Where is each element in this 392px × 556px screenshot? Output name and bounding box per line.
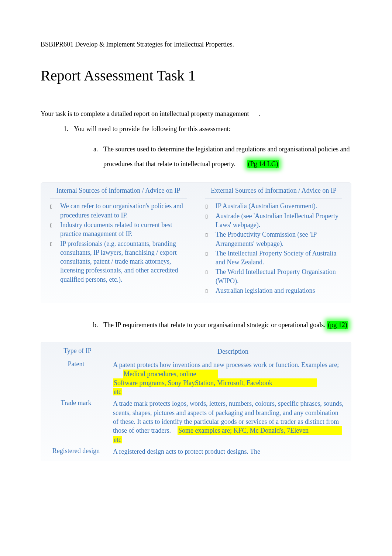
bullet-icon: ▯ bbox=[50, 202, 60, 210]
list-item-1: You will need to provide the following f… bbox=[70, 125, 351, 171]
external-sources-column: External Sources of Information / Advice… bbox=[196, 186, 351, 296]
bullet-icon: ▯ bbox=[205, 202, 216, 210]
alpha-list: The sources used to determine the legisl… bbox=[74, 142, 351, 171]
table-row: Trade mark A trade mark protects logos, … bbox=[41, 398, 351, 445]
list-item-text: Australian legislation and regulations bbox=[216, 286, 342, 295]
desc-highlight: Medical procedures, online bbox=[123, 370, 218, 378]
list-item-text: The World Intellectual Property Organisa… bbox=[216, 267, 342, 285]
desc-highlight-end: etc bbox=[113, 436, 122, 443]
list-item-text: IP Australia (Australian Government). bbox=[216, 202, 342, 210]
item-a-highlight: (Pg 14 LG) bbox=[247, 160, 279, 168]
internal-sources-header: Internal Sources of Information / Advice… bbox=[50, 186, 187, 199]
table-row: Patent A patent protects how inventions … bbox=[41, 359, 351, 398]
list-item-text: We can refer to our organisation's polic… bbox=[60, 202, 187, 220]
item-a-text: The sources used to determine the legisl… bbox=[103, 145, 350, 168]
list-item: ▯Austrade (see 'Australian Intellectual … bbox=[205, 212, 342, 230]
desc-highlight-end: etc bbox=[113, 388, 122, 395]
list-item-text: The Intellectual Property Society of Aus… bbox=[216, 249, 342, 267]
intro-prefix: Your task is to complete a detailed repo… bbox=[41, 110, 249, 117]
bullet-icon: ▯ bbox=[205, 286, 216, 294]
desc-text: A registered design acts to protect prod… bbox=[113, 448, 260, 455]
cell-type: Trade mark bbox=[41, 398, 111, 445]
page-title: Report Assessment Task 1 bbox=[41, 67, 351, 84]
sources-two-column: Internal Sources of Information / Advice… bbox=[41, 182, 351, 303]
cell-description: A registered design acts to protect prod… bbox=[111, 446, 351, 457]
list-item: ▯The Productivity Commission (see 'IP Ar… bbox=[205, 230, 342, 248]
header-type: Type of IP bbox=[41, 345, 114, 359]
bullet-icon: ▯ bbox=[50, 220, 60, 229]
list-item: ▯IP professionals (e.g. accountants, bra… bbox=[50, 239, 187, 284]
external-sources-header: External Sources of Information / Advice… bbox=[205, 186, 342, 199]
table-row: Registered design A registered design ac… bbox=[41, 446, 351, 457]
header-description: Description bbox=[114, 345, 351, 359]
list-item-text: Industry documents related to current be… bbox=[60, 220, 187, 238]
bullet-icon: ▯ bbox=[50, 239, 60, 247]
list-item-continued: The IP requirements that relate to your … bbox=[70, 318, 351, 333]
intro-suffix: . bbox=[259, 110, 261, 117]
list-item: ▯Australian legislation and regulations bbox=[205, 286, 342, 295]
list-item-text: Austrade (see 'Australian Intellectual P… bbox=[216, 212, 342, 230]
bullet-icon: ▯ bbox=[205, 249, 216, 257]
ip-types-table: Type of IP Description Patent A patent p… bbox=[41, 342, 351, 461]
desc-highlight: Some examples are; KFC, Mc Donald's, 7El… bbox=[178, 426, 342, 435]
list-item-b: The IP requirements that relate to your … bbox=[100, 318, 351, 333]
bullet-icon: ▯ bbox=[205, 230, 216, 238]
internal-sources-column: Internal Sources of Information / Advice… bbox=[41, 186, 196, 296]
cell-type: Patent bbox=[41, 359, 111, 398]
item-b-text: The IP requirements that relate to your … bbox=[103, 321, 327, 329]
item-b-highlight: (pg 12) bbox=[327, 321, 348, 329]
list-item: ▯Industry documents related to current b… bbox=[50, 220, 187, 238]
bullet-icon: ▯ bbox=[205, 267, 216, 275]
list-item-1-text: You will need to provide the following f… bbox=[74, 125, 231, 133]
list-item-text: IP professionals (e.g. accountants, bran… bbox=[60, 239, 187, 284]
desc-text: A patent protects how inventions and new… bbox=[113, 361, 339, 368]
cell-description: A patent protects how inventions and new… bbox=[111, 359, 351, 398]
cell-description: A trade mark protects logos, words, lett… bbox=[111, 398, 351, 445]
cell-type: Registered design bbox=[41, 446, 111, 457]
list-item: ▯The World Intellectual Property Organis… bbox=[205, 267, 342, 285]
table-header-row: Type of IP Description bbox=[41, 345, 351, 359]
list-item-a: The sources used to determine the legisl… bbox=[100, 142, 351, 171]
document-page: BSBIPR601 Develop & Implement Strategies… bbox=[0, 0, 392, 483]
external-sources-list: ▯IP Australia (Australian Government). ▯… bbox=[205, 202, 342, 295]
internal-sources-list: ▯We can refer to our organisation's poli… bbox=[50, 202, 187, 284]
list-item: ▯We can refer to our organisation's poli… bbox=[50, 202, 187, 220]
intro-text: Your task is to complete a detailed repo… bbox=[41, 110, 351, 118]
alpha-list-continued: The IP requirements that relate to your … bbox=[74, 318, 351, 333]
list-item: ▯The Intellectual Property Society of Au… bbox=[205, 249, 342, 267]
bullet-icon: ▯ bbox=[205, 212, 216, 220]
numbered-list-continued: The IP requirements that relate to your … bbox=[41, 318, 351, 333]
numbered-list: You will need to provide the following f… bbox=[41, 125, 351, 171]
course-code-header: BSBIPR601 Develop & Implement Strategies… bbox=[41, 41, 351, 48]
desc-highlight-line: Software programs, Sony PlayStation, Mic… bbox=[113, 378, 317, 387]
list-item-text: The Productivity Commission (see 'IP Arr… bbox=[216, 230, 342, 248]
list-item: ▯IP Australia (Australian Government). bbox=[205, 202, 342, 210]
